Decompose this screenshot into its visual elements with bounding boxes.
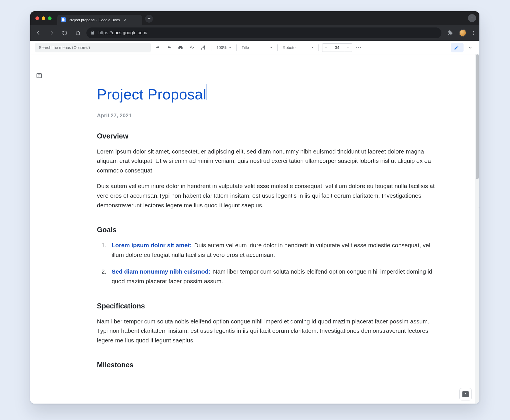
- back-button[interactable]: [34, 29, 43, 37]
- reload-button[interactable]: [60, 29, 69, 37]
- divider: [211, 44, 211, 51]
- paragraph[interactable]: Lorem ipsum dolor sit amet, consectetuer…: [97, 147, 441, 175]
- window-maximize-button[interactable]: [48, 16, 52, 20]
- font-size-increase-button[interactable]: +: [344, 44, 352, 52]
- browser-tab-title: Project proposal - Google Docs: [69, 18, 120, 22]
- redo-button[interactable]: [165, 43, 174, 52]
- print-button[interactable]: [176, 43, 185, 52]
- hide-toolbar-button[interactable]: [466, 43, 475, 52]
- list-item[interactable]: Lorem ipsum dolor sit amet: Duis autem v…: [112, 240, 441, 259]
- pencil-icon: [454, 45, 459, 50]
- home-button[interactable]: [73, 29, 82, 37]
- editing-mode-button[interactable]: [451, 43, 464, 52]
- lock-icon: [90, 30, 95, 35]
- undo-button[interactable]: [153, 43, 162, 52]
- heading-goals[interactable]: Goals: [97, 224, 441, 235]
- divider: [318, 44, 319, 51]
- docs-favicon-icon: [61, 17, 66, 22]
- doc-date[interactable]: April 27, 2021: [97, 111, 441, 120]
- heading-specifications[interactable]: Specifications: [97, 300, 441, 312]
- heading-overview[interactable]: Overview: [97, 130, 441, 142]
- caret-down-icon: [229, 47, 231, 48]
- divider: [236, 44, 237, 51]
- docs-toolbar: Search the menus (Option+/) 100%: [30, 41, 479, 54]
- zoom-value: 100%: [216, 45, 227, 50]
- caret-down-icon: [311, 47, 313, 48]
- goal-lead: Sed diam nonummy nibh euismod:: [112, 268, 211, 275]
- paragraph[interactable]: Duis autem vel eum iriure dolor in hendr…: [97, 181, 441, 210]
- divider: [277, 44, 278, 51]
- doc-title[interactable]: Project Proposal: [97, 83, 206, 106]
- zoom-dropdown[interactable]: 100%: [215, 43, 233, 52]
- paragraph-style-value: Title: [242, 45, 249, 50]
- heading-milestones[interactable]: Milestones: [97, 359, 441, 370]
- incognito-indicator[interactable]: [468, 14, 476, 22]
- document-area: Project Proposal April 27, 2021 Overview…: [30, 54, 479, 404]
- sparkle-icon: [462, 391, 469, 397]
- browser-menu-button[interactable]: [471, 31, 475, 35]
- list-item[interactable]: Sed diam nonummy nibh euismod: Nam liber…: [112, 267, 441, 286]
- font-size-input[interactable]: 34: [330, 45, 344, 50]
- forward-button[interactable]: [47, 29, 56, 37]
- address-bar-url: https://docs.google.com/: [98, 30, 147, 35]
- paragraph-style-dropdown[interactable]: Title: [240, 43, 274, 52]
- window-close-button[interactable]: [35, 16, 39, 20]
- vertical-scrollbar[interactable]: [475, 54, 479, 404]
- font-size-stepper: − 34 +: [322, 43, 352, 52]
- font-family-value: Roboto: [283, 45, 296, 50]
- font-size-decrease-button[interactable]: −: [322, 44, 330, 52]
- window-minimize-button[interactable]: [42, 16, 45, 20]
- browser-window: Project proposal - Google Docs × +: [30, 11, 479, 404]
- toolbar-more-button[interactable]: [354, 43, 364, 52]
- font-family-dropdown[interactable]: Roboto: [281, 43, 315, 52]
- menu-search-placeholder: Search the menus (Option+/): [39, 45, 90, 50]
- address-bar[interactable]: https://docs.google.com/: [86, 27, 441, 38]
- profile-avatar[interactable]: [459, 29, 466, 37]
- paint-format-button[interactable]: [199, 43, 208, 52]
- spellcheck-button[interactable]: [187, 43, 196, 52]
- caret-down-icon: [270, 47, 272, 48]
- menu-search-input[interactable]: Search the menus (Option+/): [35, 43, 151, 52]
- window-traffic-lights: [35, 16, 52, 20]
- extensions-button[interactable]: [446, 29, 454, 37]
- goals-list: Lorem ipsum dolor sit amet: Duis autem v…: [97, 240, 441, 286]
- browser-tab[interactable]: Project proposal - Google Docs ×: [57, 15, 142, 25]
- scrollbar-thumb[interactable]: [476, 54, 479, 179]
- resize-cursor-icon: ↔: [478, 205, 479, 210]
- paragraph[interactable]: Nam liber tempor cum soluta nobis eleife…: [97, 317, 441, 345]
- tab-close-button[interactable]: ×: [123, 17, 128, 22]
- goal-lead: Lorem ipsum dolor sit amet:: [112, 242, 192, 248]
- document-page[interactable]: Project Proposal April 27, 2021 Overview…: [80, 61, 466, 404]
- explore-button[interactable]: [460, 388, 471, 400]
- browser-toolbar: https://docs.google.com/: [30, 25, 479, 41]
- new-tab-button[interactable]: +: [145, 15, 153, 23]
- browser-tabstrip: Project proposal - Google Docs × +: [30, 11, 479, 25]
